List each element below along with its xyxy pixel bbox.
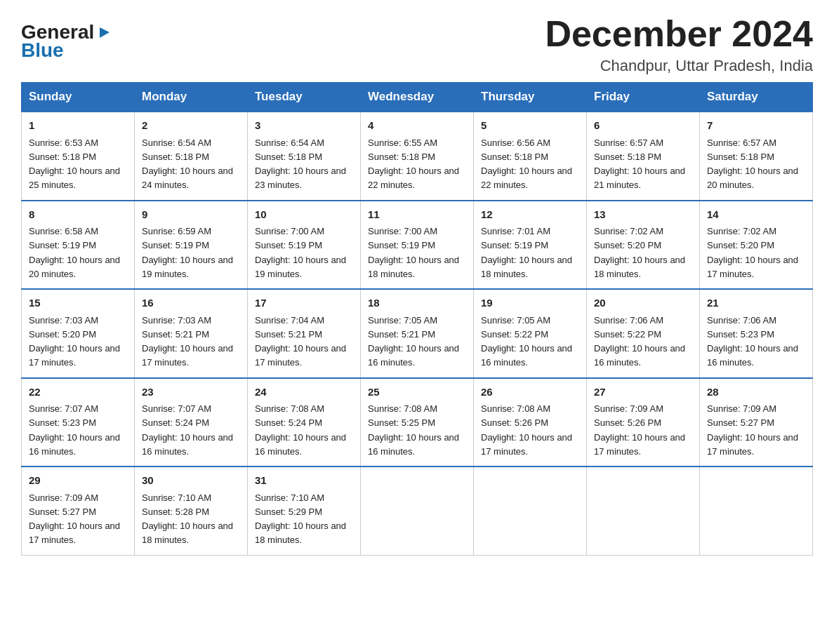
day-number: 26 [481, 384, 579, 401]
calendar-day-11: 11 Sunrise: 7:00 AMSunset: 5:19 PMDaylig… [361, 201, 474, 290]
day-info: Sunrise: 6:53 AMSunset: 5:18 PMDaylight:… [29, 137, 120, 191]
calendar-day-28: 28 Sunrise: 7:09 AMSunset: 5:27 PMDaylig… [700, 378, 813, 467]
day-info: Sunrise: 7:06 AMSunset: 5:23 PMDaylight:… [707, 315, 798, 368]
header-monday: Monday [135, 83, 248, 112]
day-info: Sunrise: 7:02 AMSunset: 5:20 PMDaylight:… [594, 226, 685, 279]
day-number: 13 [594, 207, 692, 223]
day-number: 18 [368, 295, 466, 311]
day-info: Sunrise: 6:55 AMSunset: 5:18 PMDaylight:… [368, 137, 459, 191]
empty-cell [700, 467, 813, 555]
calendar-day-2: 2 Sunrise: 6:54 AMSunset: 5:18 PMDayligh… [135, 112, 248, 201]
day-number: 4 [368, 118, 466, 134]
calendar-day-4: 4 Sunrise: 6:55 AMSunset: 5:18 PMDayligh… [361, 112, 474, 201]
day-info: Sunrise: 6:54 AMSunset: 5:18 PMDaylight:… [142, 137, 233, 191]
day-info: Sunrise: 7:07 AMSunset: 5:24 PMDaylight:… [142, 403, 233, 457]
calendar-day-14: 14 Sunrise: 7:02 AMSunset: 5:20 PMDaylig… [700, 201, 813, 290]
day-info: Sunrise: 7:01 AMSunset: 5:19 PMDaylight:… [481, 226, 572, 279]
calendar-week-1: 1 Sunrise: 6:53 AMSunset: 5:18 PMDayligh… [22, 112, 813, 201]
day-number: 6 [594, 118, 692, 134]
calendar-day-17: 17 Sunrise: 7:04 AMSunset: 5:21 PMDaylig… [248, 289, 361, 378]
day-number: 5 [481, 118, 579, 134]
day-number: 14 [707, 207, 805, 223]
day-info: Sunrise: 7:04 AMSunset: 5:21 PMDaylight:… [255, 315, 346, 368]
day-info: Sunrise: 7:09 AMSunset: 5:26 PMDaylight:… [594, 403, 685, 457]
day-number: 7 [707, 118, 805, 134]
header-friday: Friday [587, 83, 700, 112]
day-info: Sunrise: 7:00 AMSunset: 5:19 PMDaylight:… [255, 226, 346, 279]
calendar-day-5: 5 Sunrise: 6:56 AMSunset: 5:18 PMDayligh… [474, 112, 587, 201]
day-number: 21 [707, 295, 805, 311]
day-number: 10 [255, 207, 353, 223]
empty-cell [361, 467, 474, 555]
calendar-day-13: 13 Sunrise: 7:02 AMSunset: 5:20 PMDaylig… [587, 201, 700, 290]
day-number: 19 [481, 295, 579, 311]
day-info: Sunrise: 7:05 AMSunset: 5:21 PMDaylight:… [368, 315, 459, 368]
calendar-day-25: 25 Sunrise: 7:08 AMSunset: 5:25 PMDaylig… [361, 378, 474, 467]
calendar-day-12: 12 Sunrise: 7:01 AMSunset: 5:19 PMDaylig… [474, 201, 587, 290]
calendar-day-24: 24 Sunrise: 7:08 AMSunset: 5:24 PMDaylig… [248, 378, 361, 467]
day-info: Sunrise: 7:09 AMSunset: 5:27 PMDaylight:… [707, 403, 798, 457]
day-number: 2 [142, 118, 240, 134]
calendar-day-20: 20 Sunrise: 7:06 AMSunset: 5:22 PMDaylig… [587, 289, 700, 378]
title-block: December 2024 Chandpur, Uttar Pradesh, I… [545, 14, 813, 75]
day-number: 27 [594, 384, 692, 401]
calendar-week-4: 22 Sunrise: 7:07 AMSunset: 5:23 PMDaylig… [22, 378, 813, 467]
day-number: 1 [29, 118, 127, 134]
header-wednesday: Wednesday [361, 83, 474, 112]
calendar-day-19: 19 Sunrise: 7:05 AMSunset: 5:22 PMDaylig… [474, 289, 587, 378]
day-info: Sunrise: 6:56 AMSunset: 5:18 PMDaylight:… [481, 137, 572, 191]
month-year-title: December 2024 [545, 14, 813, 54]
day-info: Sunrise: 7:06 AMSunset: 5:22 PMDaylight:… [594, 315, 685, 368]
day-info: Sunrise: 7:05 AMSunset: 5:22 PMDaylight:… [481, 315, 572, 368]
day-info: Sunrise: 6:57 AMSunset: 5:18 PMDaylight:… [594, 137, 685, 191]
day-number: 11 [368, 207, 466, 223]
day-number: 28 [707, 384, 805, 401]
logo-arrow-icon [97, 25, 112, 43]
day-number: 8 [29, 207, 127, 223]
day-info: Sunrise: 7:07 AMSunset: 5:23 PMDaylight:… [29, 403, 120, 457]
day-number: 20 [594, 295, 692, 311]
day-number: 24 [255, 384, 353, 401]
day-number: 29 [29, 473, 127, 489]
day-info: Sunrise: 7:00 AMSunset: 5:19 PMDaylight:… [368, 226, 459, 279]
page-header: General Blue December 2024 Chandpur, Utt… [21, 14, 813, 75]
calendar-day-15: 15 Sunrise: 7:03 AMSunset: 5:20 PMDaylig… [22, 289, 135, 378]
day-info: Sunrise: 7:09 AMSunset: 5:27 PMDaylight:… [29, 492, 120, 546]
header-sunday: Sunday [22, 83, 135, 112]
day-number: 15 [29, 295, 127, 311]
day-number: 22 [29, 384, 127, 401]
day-info: Sunrise: 7:03 AMSunset: 5:21 PMDaylight:… [142, 315, 233, 368]
calendar-day-21: 21 Sunrise: 7:06 AMSunset: 5:23 PMDaylig… [700, 289, 813, 378]
calendar-day-1: 1 Sunrise: 6:53 AMSunset: 5:18 PMDayligh… [22, 112, 135, 201]
location-title: Chandpur, Uttar Pradesh, India [545, 57, 813, 75]
header-thursday: Thursday [474, 83, 587, 112]
calendar-week-2: 8 Sunrise: 6:58 AMSunset: 5:19 PMDayligh… [22, 201, 813, 290]
header-tuesday: Tuesday [248, 83, 361, 112]
day-info: Sunrise: 7:03 AMSunset: 5:20 PMDaylight:… [29, 315, 120, 368]
calendar-day-16: 16 Sunrise: 7:03 AMSunset: 5:21 PMDaylig… [135, 289, 248, 378]
day-number: 9 [142, 207, 240, 223]
calendar-day-18: 18 Sunrise: 7:05 AMSunset: 5:21 PMDaylig… [361, 289, 474, 378]
calendar-day-29: 29 Sunrise: 7:09 AMSunset: 5:27 PMDaylig… [22, 467, 135, 555]
day-number: 3 [255, 118, 353, 134]
day-number: 16 [142, 295, 240, 311]
day-info: Sunrise: 7:08 AMSunset: 5:24 PMDaylight:… [255, 403, 346, 457]
logo-blue-text: Blue [21, 39, 64, 62]
day-number: 23 [142, 384, 240, 401]
day-info: Sunrise: 7:08 AMSunset: 5:26 PMDaylight:… [481, 403, 572, 457]
calendar-day-23: 23 Sunrise: 7:07 AMSunset: 5:24 PMDaylig… [135, 378, 248, 467]
day-number: 17 [255, 295, 353, 311]
calendar-day-6: 6 Sunrise: 6:57 AMSunset: 5:18 PMDayligh… [587, 112, 700, 201]
calendar-week-5: 29 Sunrise: 7:09 AMSunset: 5:27 PMDaylig… [22, 467, 813, 555]
logo: General Blue [21, 14, 112, 62]
day-info: Sunrise: 7:08 AMSunset: 5:25 PMDaylight:… [368, 403, 459, 457]
empty-cell [474, 467, 587, 555]
day-number: 30 [142, 473, 240, 489]
calendar-table: Sunday Monday Tuesday Wednesday Thursday… [21, 82, 813, 556]
day-number: 12 [481, 207, 579, 223]
calendar-day-30: 30 Sunrise: 7:10 AMSunset: 5:28 PMDaylig… [135, 467, 248, 555]
calendar-day-22: 22 Sunrise: 7:07 AMSunset: 5:23 PMDaylig… [22, 378, 135, 467]
calendar-day-27: 27 Sunrise: 7:09 AMSunset: 5:26 PMDaylig… [587, 378, 700, 467]
empty-cell [587, 467, 700, 555]
day-info: Sunrise: 6:58 AMSunset: 5:19 PMDaylight:… [29, 226, 120, 279]
